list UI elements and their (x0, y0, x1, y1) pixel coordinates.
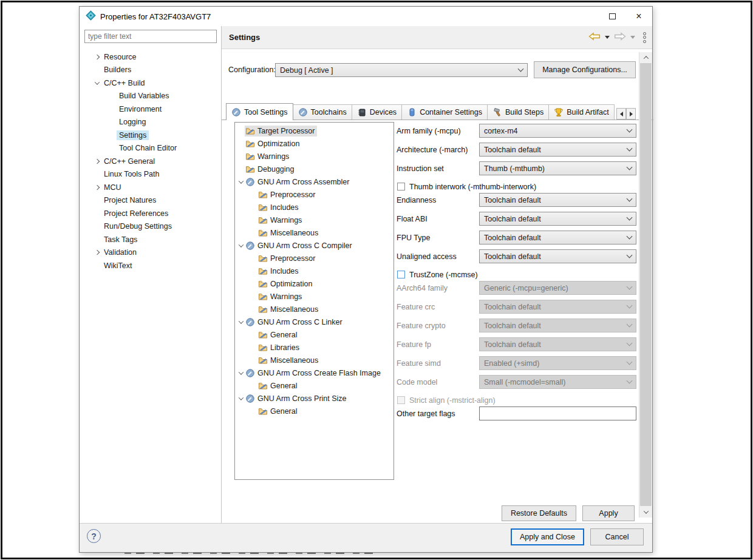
thumb-interwork-mthumb-interwork-checkbox[interactable] (397, 183, 405, 191)
tool-tree-item-general[interactable]: General (235, 328, 394, 341)
configuration-select[interactable]: Debug [ Active ] (275, 63, 528, 77)
tool-tree-item-debugging[interactable]: Debugging (235, 163, 394, 175)
sidebar-item-builders[interactable]: Builders (80, 64, 221, 77)
chevron-right-icon[interactable] (95, 250, 100, 255)
form-row-arm-family-mcpu: Arm family (-mcpu)cortex-m4 (397, 124, 636, 143)
tool-tree-item-target-processor[interactable]: Target Processor (235, 124, 394, 137)
chevron-down-icon[interactable] (238, 319, 243, 323)
filter-input[interactable] (84, 30, 217, 43)
settings-category-icon (245, 152, 255, 161)
apply-button[interactable]: Apply (582, 505, 635, 521)
tool-disc-icon (245, 368, 255, 378)
sidebar-item-environment[interactable]: Environment (80, 103, 221, 116)
scroll-up-button[interactable] (639, 52, 652, 63)
back-history-caret-icon[interactable] (605, 36, 610, 39)
tool-tree-item-miscellaneous[interactable]: Miscellaneous (235, 226, 394, 239)
tab-scroll-right-button[interactable] (626, 108, 636, 120)
tool-tree-item-includes[interactable]: Includes (235, 265, 394, 277)
help-button[interactable]: ? (87, 529, 101, 543)
fpu-type-select[interactable]: Toolchain default (479, 231, 636, 245)
chevron-down-icon[interactable] (238, 242, 243, 247)
chevron-right-icon[interactable] (95, 159, 100, 164)
forward-arrow-icon[interactable] (614, 32, 626, 43)
endianness-select[interactable]: Toolchain default (479, 193, 636, 207)
tool-tree-item-optimization[interactable]: Optimization (235, 137, 394, 150)
tab-build-steps[interactable]: Build Steps (488, 104, 549, 120)
trustzone-mcmse-checkbox[interactable] (397, 271, 405, 278)
tool-tree-item-preprocessor[interactable]: Preprocessor (235, 252, 394, 265)
other-target-flags-input[interactable] (479, 407, 636, 420)
architecture-march-select[interactable]: Toolchain default (479, 143, 636, 157)
sidebar-item-settings[interactable]: Settings (80, 129, 221, 142)
tab-tool-settings[interactable]: Tool Settings (226, 103, 293, 120)
tool-tree-item-libraries[interactable]: Libraries (235, 341, 394, 354)
sidebar-item-wikitext[interactable]: WikiText (80, 259, 221, 272)
feature-simd-select: Enabled (+simd) (479, 356, 636, 370)
unaligned-access-select[interactable]: Toolchain default (479, 249, 636, 263)
sidebar-item-c-c-build[interactable]: C/C++ Build (80, 76, 221, 90)
sidebar-item-linux-tools-path[interactable]: Linux Tools Path (80, 168, 221, 181)
tab-scroll-left-button[interactable] (616, 108, 626, 120)
tool-tree-item-gnu-arm-cross-assembler[interactable]: GNU Arm Cross Assembler (235, 175, 394, 188)
sidebar: ResourceBuildersC/C++ BuildBuild Variabl… (80, 26, 221, 523)
tool-disc-icon (245, 241, 255, 251)
tab-toolchains[interactable]: Toolchains (293, 104, 352, 120)
tool-tree-item-warnings[interactable]: Warnings (235, 290, 394, 303)
chevron-right-icon[interactable] (95, 185, 100, 190)
tool-tree-item-optimization[interactable]: Optimization (235, 277, 394, 290)
sidebar-item-project-references[interactable]: Project References (80, 207, 221, 220)
tool-tree-item-includes[interactable]: Includes (235, 201, 394, 214)
sidebar-item-c-c-general[interactable]: C/C++ General (80, 155, 221, 168)
restore-defaults-button[interactable]: Restore Defaults (502, 505, 576, 521)
vertical-scrollbar[interactable] (639, 52, 652, 518)
chevron-down-icon[interactable] (238, 395, 243, 400)
field-label: AArch64 family (397, 284, 479, 292)
tool-tree-item-gnu-arm-cross-create-flash-image[interactable]: GNU Arm Cross Create Flash Image (235, 366, 394, 379)
sidebar-item-project-natures[interactable]: Project Natures (80, 194, 221, 207)
sidebar-item-build-variables[interactable]: Build Variables (80, 90, 221, 103)
maximize-button[interactable] (599, 7, 625, 26)
sidebar-item-logging[interactable]: Logging (80, 116, 221, 129)
sidebar-item-validation[interactable]: Validation (80, 246, 221, 260)
chevron-down-icon (627, 284, 633, 290)
tool-tree-item-warnings[interactable]: Warnings (235, 214, 394, 226)
chevron-right-icon[interactable] (95, 55, 100, 59)
close-button[interactable]: × (625, 7, 652, 26)
tool-tree-item-warnings[interactable]: Warnings (235, 150, 394, 163)
sidebar-item-resource[interactable]: Resource (80, 50, 221, 64)
chevron-down-icon[interactable] (238, 369, 243, 374)
tool-tree-item-general[interactable]: General (235, 405, 394, 417)
trophy-icon (554, 107, 564, 117)
view-menu-icon[interactable] (643, 32, 646, 43)
tab-container-settings[interactable]: Container Settings (402, 104, 488, 120)
cancel-button[interactable]: Cancel (590, 528, 644, 545)
tool-tree-item-gnu-arm-cross-c-linker[interactable]: GNU Arm Cross C Linker (235, 315, 394, 328)
tool-tree-item-gnu-arm-cross-print-size[interactable]: GNU Arm Cross Print Size (235, 392, 394, 405)
settings-category-icon (258, 203, 268, 212)
instruction-set-select[interactable]: Thumb (-mthumb) (479, 161, 636, 175)
tab-build-artifact[interactable]: Build Artifact (549, 104, 614, 120)
sidebar-item-mcu[interactable]: MCU (80, 181, 221, 194)
apply-and-close-button[interactable]: Apply and Close (511, 528, 584, 545)
chevron-down-icon (627, 215, 633, 221)
forward-history-caret-icon[interactable] (630, 36, 635, 39)
tool-tree-item-miscellaneous[interactable]: Miscellaneous (235, 354, 394, 366)
triangle-right-icon (630, 112, 633, 116)
chevron-down-icon[interactable] (95, 79, 100, 84)
tool-tree-item-gnu-arm-cross-c-compiler[interactable]: GNU Arm Cross C Compiler (235, 239, 394, 252)
scrollbar-thumb[interactable] (640, 63, 652, 506)
sidebar-item-task-tags[interactable]: Task Tags (80, 233, 221, 246)
sidebar-item-tool-chain-editor[interactable]: Tool Chain Editor (80, 142, 221, 155)
sidebar-item-run-debug-settings[interactable]: Run/Debug Settings (80, 220, 221, 234)
tool-tree-item-preprocessor[interactable]: Preprocessor (235, 188, 394, 201)
tool-tree-item-general[interactable]: General (235, 379, 394, 392)
chevron-down-icon (627, 252, 633, 258)
chevron-down-icon[interactable] (238, 178, 243, 183)
back-arrow-icon[interactable] (588, 32, 601, 43)
arm-family-mcpu-select[interactable]: cortex-m4 (479, 124, 636, 138)
tool-tree-item-miscellaneous[interactable]: Miscellaneous (235, 303, 394, 315)
scroll-down-button[interactable] (639, 507, 652, 518)
tab-devices[interactable]: Devices (352, 104, 402, 120)
manage-configurations-button[interactable]: Manage Configurations... (534, 61, 636, 78)
float-abi-select[interactable]: Toolchain default (479, 212, 636, 226)
